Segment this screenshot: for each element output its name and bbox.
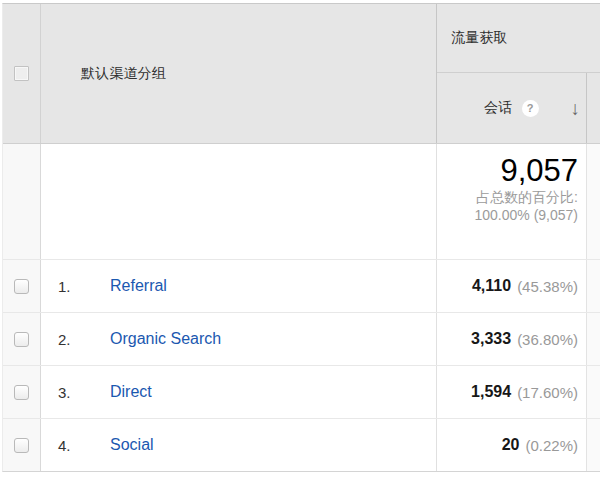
row-channel-cell: 4. Social [41, 419, 436, 471]
row-sessions-cell: 1,594 (17.60%) [437, 366, 587, 418]
sessions-percent: (36.80%) [517, 331, 578, 348]
row-checkbox[interactable] [14, 279, 29, 294]
summary-check-spacer [3, 144, 41, 259]
sessions-header-label[interactable]: 会话 [484, 99, 512, 117]
row-sessions-cell: 3,333 (36.80%) [437, 313, 587, 365]
channel-link[interactable]: Direct [110, 383, 152, 401]
sessions-value: 1,594 [471, 383, 511, 401]
channel-link[interactable]: Social [110, 436, 154, 454]
row-index: 3. [58, 384, 110, 401]
row-check-cell [3, 313, 41, 365]
row-metrics-region: 3,333 (36.80%) [436, 313, 600, 365]
metric-group-header: 流量获取 [451, 29, 508, 47]
row-sessions-cell: 20 (0.22%) [437, 419, 587, 471]
row-check-cell [3, 366, 41, 418]
sessions-value: 3,333 [471, 330, 511, 348]
row-next-cell-cutoff [587, 260, 600, 312]
metric-sub-band: 会话 ? ↓ [437, 73, 600, 143]
summary-channel-cell [41, 144, 436, 259]
channel-column-header: 默认渠道分组 [81, 65, 166, 83]
sessions-percent: (0.22%) [525, 437, 578, 454]
table-row: 3. Direct 1,594 (17.60%) [3, 365, 600, 418]
select-all-cell [3, 4, 41, 143]
summary-metrics-region: 9,057 占总数的百分比: 100.00% (9,057) [436, 144, 600, 259]
table-row: 2. Organic Search 3,333 (36.80%) [3, 312, 600, 365]
sessions-total: 9,057 [500, 154, 578, 188]
percent-of-total-caption-line2: 100.00% (9,057) [474, 206, 578, 224]
row-metrics-region: 1,594 (17.60%) [436, 366, 600, 418]
row-next-cell-cutoff [587, 313, 600, 365]
row-index: 1. [58, 278, 110, 295]
row-sessions-cell: 4,110 (45.38%) [437, 260, 587, 312]
metric-group-band: 流量获取 [437, 4, 600, 73]
row-index: 2. [58, 331, 110, 348]
channels-report-table: 默认渠道分组 流量获取 会话 ? ↓ 9,057 占总数的百分比: 10 [2, 3, 600, 472]
summary-row: 9,057 占总数的百分比: 100.00% (9,057) [3, 144, 600, 259]
channel-link[interactable]: Referral [110, 277, 167, 295]
channel-link[interactable]: Organic Search [110, 330, 221, 348]
table-body: 1. Referral 4,110 (45.38%) 2. Organic Se… [3, 259, 600, 471]
row-metrics-region: 20 (0.22%) [436, 419, 600, 471]
row-next-cell-cutoff [587, 366, 600, 418]
channel-header-cell: 默认渠道分组 [41, 4, 436, 143]
row-index: 4. [58, 437, 110, 454]
select-all-checkbox[interactable] [14, 66, 29, 81]
help-icon[interactable]: ? [522, 100, 539, 117]
sessions-value: 20 [502, 436, 520, 454]
sessions-value: 4,110 [472, 277, 511, 295]
sessions-column-header[interactable]: 会话 ? ↓ [437, 73, 587, 143]
row-next-cell-cutoff [587, 419, 600, 471]
sessions-percent: (17.60%) [517, 384, 578, 401]
row-check-cell [3, 419, 41, 471]
summary-sessions-cell: 9,057 占总数的百分比: 100.00% (9,057) [437, 144, 587, 259]
metrics-header-region: 流量获取 会话 ? ↓ [436, 4, 600, 143]
row-checkbox[interactable] [14, 385, 29, 400]
percent-of-total-caption-line1: 占总数的百分比: [476, 188, 578, 206]
row-channel-cell: 2. Organic Search [41, 313, 436, 365]
row-check-cell [3, 260, 41, 312]
table-row: 4. Social 20 (0.22%) [3, 418, 600, 471]
row-checkbox[interactable] [14, 438, 29, 453]
row-metrics-region: 4,110 (45.38%) [436, 260, 600, 312]
sort-descending-icon[interactable]: ↓ [571, 99, 581, 118]
row-channel-cell: 3. Direct [41, 366, 436, 418]
row-channel-cell: 1. Referral [41, 260, 436, 312]
sessions-percent: (45.38%) [517, 278, 578, 295]
summary-next-cell-cutoff [587, 144, 600, 259]
table-row: 1. Referral 4,110 (45.38%) [3, 259, 600, 312]
row-checkbox[interactable] [14, 332, 29, 347]
table-header: 默认渠道分组 流量获取 会话 ? ↓ [3, 4, 600, 144]
next-column-header-cutoff [587, 73, 600, 143]
